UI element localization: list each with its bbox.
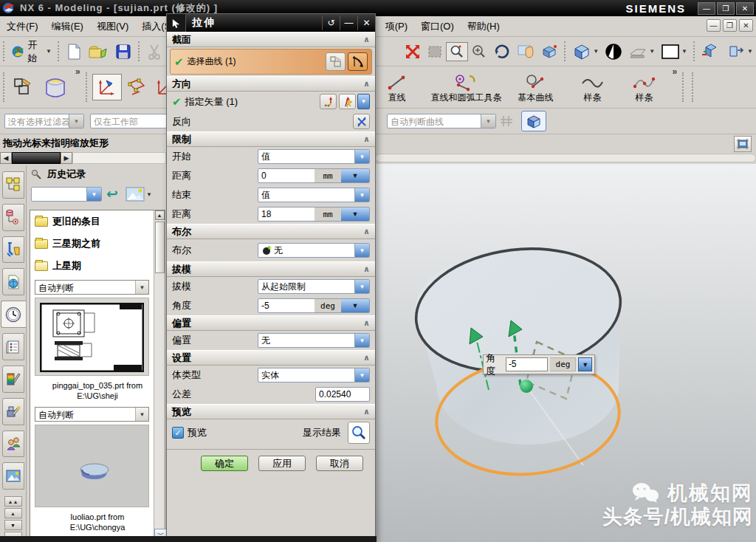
restore-button[interactable]: ❐	[717, 2, 735, 15]
edit-section-button[interactable]: ▼	[724, 41, 756, 62]
vector-type-dropdown[interactable]: ▼	[357, 94, 370, 109]
snapshot-rule-combo-1[interactable]: 自动判断 ▼	[35, 280, 149, 295]
minimize-button[interactable]: —	[698, 2, 715, 15]
collapse-icon[interactable]: ∧	[363, 318, 370, 328]
fit-view-button[interactable]	[402, 42, 424, 61]
boolean-dropdown[interactable]: ▼	[354, 244, 369, 257]
apply-button[interactable]: 应用	[258, 456, 306, 471]
curve-rule-combo[interactable]: 自动判断曲线 ▼	[387, 114, 496, 128]
angle-spinner[interactable]: ▼	[578, 357, 592, 371]
toolbar-grip[interactable]	[692, 72, 695, 101]
show-result-button[interactable]	[348, 422, 370, 444]
start-distance-spinner[interactable]: ▼	[341, 169, 369, 182]
zoom-button[interactable]	[446, 42, 468, 61]
history-thumbnail-part[interactable]	[35, 425, 149, 507]
history-folder-three-weeks[interactable]: 三星期之前	[30, 233, 165, 255]
close-button[interactable]: ✕	[736, 2, 754, 15]
face-analysis-button[interactable]: ▼	[625, 42, 658, 61]
start-option-combo[interactable]: 值▼	[258, 149, 370, 164]
mdi-restore-button[interactable]: ❐	[723, 19, 737, 32]
graphics-scroll-groove[interactable]	[375, 154, 756, 162]
draft-option-combo[interactable]: 从起始限制▼	[258, 279, 370, 294]
scroll-left-button[interactable]: ◀	[0, 152, 12, 164]
end-option-combo[interactable]: 值▼	[258, 188, 370, 202]
open-file-button[interactable]	[85, 41, 111, 62]
preview-image-button[interactable]: ▼	[123, 185, 155, 203]
draft-angle-value[interactable]: -5	[258, 299, 315, 312]
scrollbar-groove[interactable]	[72, 152, 166, 164]
history-folder-last-week[interactable]: 上星期	[30, 255, 165, 277]
history-search-combo[interactable]: ▼	[31, 187, 102, 202]
toolbar-overflow-chevron[interactable]: »	[672, 66, 677, 77]
start-distance-value[interactable]: 0	[258, 169, 315, 182]
solid-body-filter-button[interactable]	[521, 111, 546, 131]
start-menu-button[interactable]: 开始 ▼	[8, 37, 55, 66]
offset-dropdown[interactable]: ▼	[354, 334, 369, 347]
toolbar-overflow-chevron[interactable]: »	[75, 66, 80, 77]
ok-button[interactable]: 确定	[201, 456, 248, 471]
snapshot-rule-dropdown[interactable]: ▼	[135, 408, 148, 421]
constraint-navigator-tab[interactable]	[2, 204, 24, 231]
collapse-icon[interactable]: ∧	[363, 407, 370, 416]
csys-button[interactable]	[92, 74, 122, 100]
menu-help[interactable]: 帮助(H)	[461, 18, 506, 35]
history-vertical-scrollbar[interactable]: ▲	[154, 210, 165, 538]
horizontal-scrollbar[interactable]: ◀ ▶	[0, 151, 166, 165]
datum-plane-button[interactable]	[122, 75, 150, 100]
toolbar-grip[interactable]	[3, 72, 7, 101]
resource-scroll-top-button[interactable]: ▲▲	[4, 496, 22, 507]
draft-angle-field[interactable]: -5deg▼	[258, 298, 370, 313]
menu-view[interactable]: 视图(V)	[90, 18, 135, 35]
toolbar-grip[interactable]	[693, 41, 695, 61]
preview-group-header[interactable]: 预览∧	[167, 404, 375, 419]
studio-spline-button[interactable]: 样条	[618, 72, 670, 103]
origin-handle-sphere[interactable]	[520, 380, 533, 393]
assembly-navigator-tab[interactable]	[2, 171, 24, 199]
curve-rule-dropdown[interactable]: ▼	[481, 114, 495, 128]
inferred-vector-button[interactable]	[339, 94, 356, 109]
pin-icon[interactable]	[31, 169, 41, 179]
selection-filter-dropdown[interactable]: ▼	[69, 114, 83, 128]
end-option-dropdown[interactable]: ▼	[354, 188, 369, 202]
zoom-region-button[interactable]	[424, 42, 446, 61]
direction-group-header[interactable]: 方向∧	[167, 76, 375, 92]
manufacturing-wizards-tab[interactable]	[2, 398, 24, 425]
rotate-view-button[interactable]	[490, 42, 514, 61]
section-sketch-button[interactable]	[326, 52, 346, 71]
sketch-button[interactable]	[10, 75, 38, 100]
reverse-direction-row[interactable]: 反向	[167, 112, 375, 131]
system-materials-tab[interactable]	[2, 333, 24, 360]
menu-file[interactable]: 文件(F)	[0, 18, 45, 35]
history-search-dropdown[interactable]: ▼	[86, 188, 101, 201]
history-tab[interactable]	[1, 301, 26, 328]
mdi-close-button[interactable]: ✕	[739, 19, 753, 32]
history-scroll-up[interactable]: ▲	[155, 210, 165, 220]
pan-view-button[interactable]	[514, 42, 537, 61]
draft-angle-spinner[interactable]: ▼	[341, 299, 369, 312]
collapse-icon[interactable]: ∧	[363, 134, 370, 144]
collapse-icon[interactable]: ∧	[363, 353, 370, 363]
history-thumbnail-drawing[interactable]	[35, 298, 149, 376]
reverse-direction-button[interactable]	[353, 114, 370, 129]
preview-checkbox[interactable]: ✓	[172, 427, 184, 439]
fullscreen-button[interactable]	[734, 136, 752, 152]
history-scroll-thumb[interactable]	[155, 222, 165, 273]
body-type-combo[interactable]: 实体▼	[258, 368, 370, 383]
line-arc-toolbar-button[interactable]: 直线和圆弧工具条	[427, 72, 504, 103]
menu-edit[interactable]: 编辑(E)	[45, 18, 90, 35]
zoom-in-out-button[interactable]	[468, 42, 490, 61]
menu-preferences[interactable]: 项(P)	[379, 18, 414, 35]
stop-at-intersection-button[interactable]	[496, 112, 521, 130]
collapse-icon[interactable]: ∧	[363, 264, 370, 274]
draft-group-header[interactable]: 拔模∧	[167, 261, 375, 277]
process-studio-tab[interactable]	[2, 366, 24, 393]
roles-tab[interactable]	[2, 430, 24, 458]
cut-button[interactable]	[143, 41, 165, 62]
section-group-header[interactable]: 截面∧	[167, 32, 375, 47]
toolbar-grip[interactable]	[3, 41, 5, 61]
curve-select-button[interactable]	[348, 52, 368, 71]
end-distance-spinner[interactable]: ▼	[341, 207, 369, 221]
angle-input[interactable]: -5	[506, 357, 549, 371]
extrude-button[interactable]	[38, 72, 73, 103]
selection-filter-combo[interactable]: 没有选择过滤器 ▼	[4, 114, 84, 128]
